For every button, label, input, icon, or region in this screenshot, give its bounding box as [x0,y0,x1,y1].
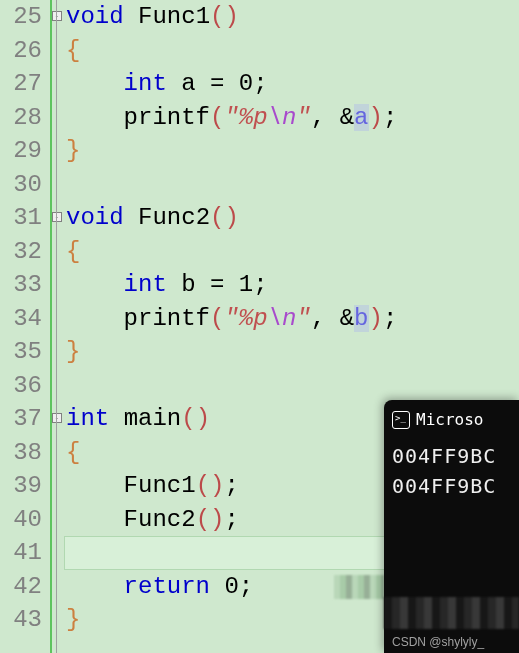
function-name: Func1 [138,3,210,30]
terminal-output: 004FF9BC 004FF9BC [392,441,511,501]
output-line: 004FF9BC [392,441,511,471]
line-number: 32 [0,235,42,269]
code-line[interactable]: int b = 1; [64,268,519,302]
terminal-icon [392,411,410,429]
terminal-window[interactable]: Microso 004FF9BC 004FF9BC CSDN @shylyly_ [384,400,519,653]
line-number: 39 [0,469,42,503]
escape-sequence: \n [268,305,297,332]
line-number: 26 [0,34,42,68]
fold-toggle-icon[interactable]: - [52,11,62,21]
line-number: 43 [0,603,42,637]
paren: () [210,3,239,30]
line-number: 27 [0,67,42,101]
paren: () [210,204,239,231]
code-line[interactable]: { [64,34,519,68]
type-keyword: int [124,271,167,298]
line-number: 35 [0,335,42,369]
mosaic-censored-area [334,575,384,599]
output-line: 004FF9BC [392,471,511,501]
line-number: 41 [0,536,42,570]
brace: { [66,238,80,265]
line-number: 42 [0,570,42,604]
line-number: 30 [0,168,42,202]
line-number: 25 [0,0,42,34]
function-call: Func2 [124,506,196,533]
variable: a [181,70,195,97]
string-literal: "%p [224,104,267,131]
keyword: void [66,3,124,30]
terminal-title: Microso [416,410,483,429]
brace: } [66,137,80,164]
code-line[interactable]: printf("%p\n", &b); [64,302,519,336]
mosaic-censored-area [384,597,519,629]
escape-sequence: \n [268,104,297,131]
line-number: 31 [0,201,42,235]
function-call: printf [124,104,210,131]
function-name: Func2 [138,204,210,231]
line-number: 34 [0,302,42,336]
code-line[interactable]: } [64,335,519,369]
keyword: void [66,204,124,231]
line-number: 40 [0,503,42,537]
code-line[interactable]: int a = 0; [64,67,519,101]
paren: () [181,405,210,432]
number-literal: 1 [239,271,253,298]
line-number-gutter: 25 26 27 28 29 30 31 32 33 34 35 36 37 3… [0,0,52,653]
code-line[interactable] [64,168,519,202]
code-line[interactable]: printf("%p\n", &a); [64,101,519,135]
fold-guide [56,0,57,653]
line-number: 28 [0,101,42,135]
code-line[interactable]: } [64,134,519,168]
line-number: 38 [0,436,42,470]
brace: { [66,439,80,466]
string-literal: "%p [224,305,267,332]
terminal-header: Microso [392,410,511,429]
code-line[interactable]: void Func1() [64,0,519,34]
function-call: printf [124,305,210,332]
line-number: 36 [0,369,42,403]
number-literal: 0 [239,70,253,97]
line-number: 37 [0,402,42,436]
brace: } [66,338,80,365]
watermark: CSDN @shylyly_ [392,635,484,649]
brace: } [66,606,80,633]
variable-highlight: b [354,305,368,332]
variable: b [181,271,195,298]
line-number: 29 [0,134,42,168]
keyword: return [124,573,210,600]
variable-highlight: a [354,104,368,131]
code-line[interactable] [64,369,519,403]
code-line[interactable]: { [64,235,519,269]
number-literal: 0 [224,573,238,600]
fold-column: - - - [52,0,64,653]
function-name: main [124,405,182,432]
type-keyword: int [124,70,167,97]
fold-toggle-icon[interactable]: - [52,212,62,222]
fold-toggle-icon[interactable]: - [52,413,62,423]
function-call: Func1 [124,472,196,499]
brace: { [66,37,80,64]
code-line[interactable]: void Func2() [64,201,519,235]
type-keyword: int [66,405,109,432]
line-number: 33 [0,268,42,302]
